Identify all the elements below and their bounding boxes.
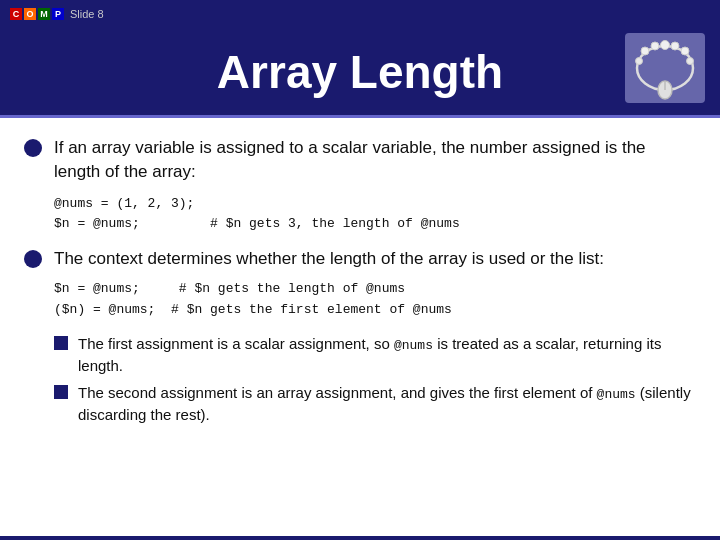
code1-comment2: # $n gets 3, the length of @nums (140, 216, 460, 231)
logo-p: P (52, 8, 64, 20)
logo-c: C (10, 8, 22, 20)
bottom-divider (0, 536, 720, 540)
sub-bullet-1-marker (54, 336, 68, 350)
bullet-2-text: The context determines whether the lengt… (54, 247, 604, 271)
svg-point-4 (661, 41, 670, 50)
code2-line1: $n = @nums; (54, 281, 140, 296)
sub1-code: @nums (394, 338, 433, 353)
logo-m: M (38, 8, 50, 20)
sub2-code: @nums (597, 387, 636, 402)
slide-title: Array Length (217, 45, 503, 99)
sub-bullets: The first assignment is a scalar assignm… (54, 333, 696, 425)
bullet-2: The context determines whether the lengt… (24, 247, 696, 271)
top-bar: C O M P Slide 8 (0, 0, 720, 28)
svg-point-5 (671, 42, 679, 50)
sub1-prefix: The first assignment is a scalar assignm… (78, 335, 394, 352)
sub-bullet-2-marker (54, 385, 68, 399)
sub-bullet-1-text: The first assignment is a scalar assignm… (78, 333, 696, 376)
svg-point-7 (687, 58, 694, 65)
svg-point-6 (681, 47, 689, 55)
svg-point-8 (636, 58, 643, 65)
code2-line2: ($n) = @nums; (54, 302, 155, 317)
main-content: If an array variable is assigned to a sc… (0, 118, 720, 540)
code1-line2: $n = @nums; (54, 216, 140, 231)
decoration-image (625, 33, 705, 103)
sub-bullet-1: The first assignment is a scalar assignm… (54, 333, 696, 376)
bullet-1: If an array variable is assigned to a sc… (24, 136, 696, 184)
sub-bullet-2: The second assignment is an array assign… (54, 382, 696, 425)
logo-o: O (24, 8, 36, 20)
svg-point-2 (641, 47, 649, 55)
sub2-prefix: The second assignment is an array assign… (78, 384, 597, 401)
bullet-2-marker (24, 250, 42, 268)
code2-comment1: # $n gets the length of @nums (140, 281, 405, 296)
slide-container: C O M P Slide 8 Array Length (0, 0, 720, 540)
logo: C O M P (10, 8, 64, 20)
code1-line1: @nums = (1, 2, 3); (54, 196, 194, 211)
slide-number: Slide 8 (70, 8, 104, 20)
header: Array Length (0, 28, 720, 118)
code-block-2: $n = @nums; # $n gets the length of @num… (54, 279, 696, 321)
code2-comment2: # $n gets the first element of @nums (155, 302, 451, 317)
bullet-1-marker (24, 139, 42, 157)
bullet-1-text: If an array variable is assigned to a sc… (54, 136, 696, 184)
code-block-1: @nums = (1, 2, 3); $n = @nums; # $n gets… (54, 194, 696, 236)
sub-bullet-2-text: The second assignment is an array assign… (78, 382, 696, 425)
svg-point-3 (651, 42, 659, 50)
